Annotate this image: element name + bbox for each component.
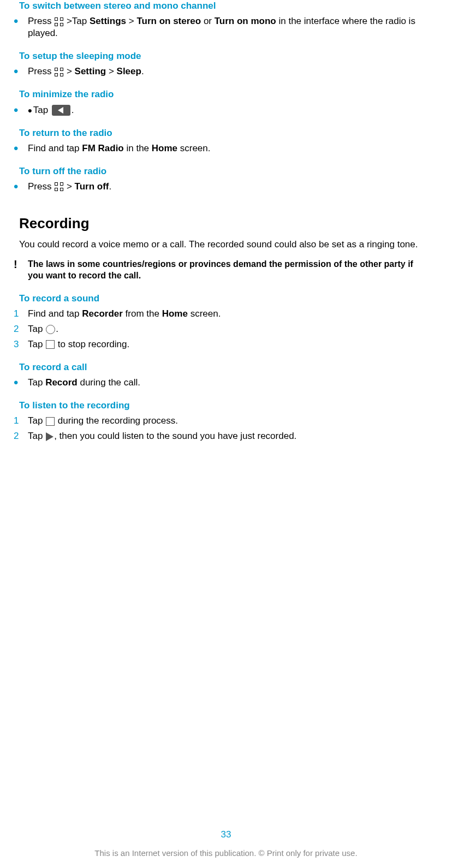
step-row: 2 Tap , then you could listen to the sou… [19, 430, 433, 442]
section-title-record-call: To record a call [19, 361, 433, 373]
section-title-return-radio: To return to the radio [19, 127, 433, 139]
recording-intro: You could record a voice memo or a call.… [19, 239, 433, 251]
step-row: 1 Tap during the recording process. [19, 415, 433, 427]
heading-recording: Recording [19, 215, 433, 233]
instruction-text: Press > Turn off. [28, 181, 433, 193]
warning-text: The laws in some countries/regions or pr… [28, 259, 433, 282]
stop-square-icon [46, 340, 55, 349]
instruction-text: Tap to stop recording. [28, 338, 433, 350]
bullet-row: • Press > Turn off. [19, 181, 433, 193]
section-title-turn-off: To turn off the radio [19, 165, 433, 177]
step-number: 2 [14, 323, 28, 335]
bullet-row: • Press > Setting > Sleep. [19, 66, 433, 78]
bullet-row: • Press >Tap Settings > Turn on stereo o… [19, 15, 433, 39]
instruction-text: Tap during the recording process. [28, 415, 433, 427]
section-title-minimize: To minimize the radio [19, 88, 433, 100]
bullet-row: • •Tap . [19, 104, 433, 116]
section-title-listen: To listen to the recording [19, 400, 433, 412]
step-number: 3 [14, 338, 28, 350]
instruction-text: •Tap . [28, 104, 433, 116]
bullet-icon: • [14, 104, 28, 116]
record-circle-icon [46, 325, 55, 334]
instruction-text: Tap , then you could listen to the sound… [28, 430, 433, 442]
page-number: 33 [0, 829, 452, 841]
instruction-text: Tap Record during the call. [28, 377, 433, 389]
section-title-switch-channel: To switch between stereo and mono channe… [19, 0, 433, 12]
step-row: 1 Find and tap Recorder from the Home sc… [19, 308, 433, 320]
bullet-row: • Find and tap FM Radio in the Home scre… [19, 142, 433, 154]
warning-icon: ! [14, 259, 28, 270]
instruction-text: Tap . [28, 323, 433, 335]
section-title-record-sound: To record a sound [19, 293, 433, 305]
step-row: 3 Tap to stop recording. [19, 338, 433, 350]
step-row: 2 Tap . [19, 323, 433, 335]
step-number: 2 [14, 430, 28, 442]
warning-row: ! The laws in some countries/regions or … [19, 259, 433, 282]
bullet-icon: • [14, 377, 28, 389]
instruction-text: Press >Tap Settings > Turn on stereo or … [28, 15, 433, 39]
bullet-row: • Tap Record during the call. [19, 377, 433, 389]
menu-grid-icon [55, 182, 63, 191]
instruction-text: Find and tap Recorder from the Home scre… [28, 308, 433, 320]
step-number: 1 [14, 415, 28, 427]
bullet-icon: • [14, 66, 28, 78]
bullet-icon: • [14, 142, 28, 154]
stop-square-icon [46, 417, 55, 426]
bullet-icon: • [14, 15, 28, 27]
back-button-icon [52, 105, 70, 116]
section-title-sleeping-mode: To setup the sleeping mode [19, 50, 433, 62]
step-number: 1 [14, 308, 28, 320]
instruction-text: Find and tap FM Radio in the Home screen… [28, 142, 433, 154]
footer-note: This is an Internet version of this publ… [0, 848, 452, 859]
inner-bullet-icon: • [28, 108, 32, 114]
instruction-text: Press > Setting > Sleep. [28, 66, 433, 78]
menu-grid-icon [55, 68, 63, 76]
play-triangle-icon [46, 432, 53, 441]
menu-grid-icon [55, 17, 63, 26]
bullet-icon: • [14, 181, 28, 193]
